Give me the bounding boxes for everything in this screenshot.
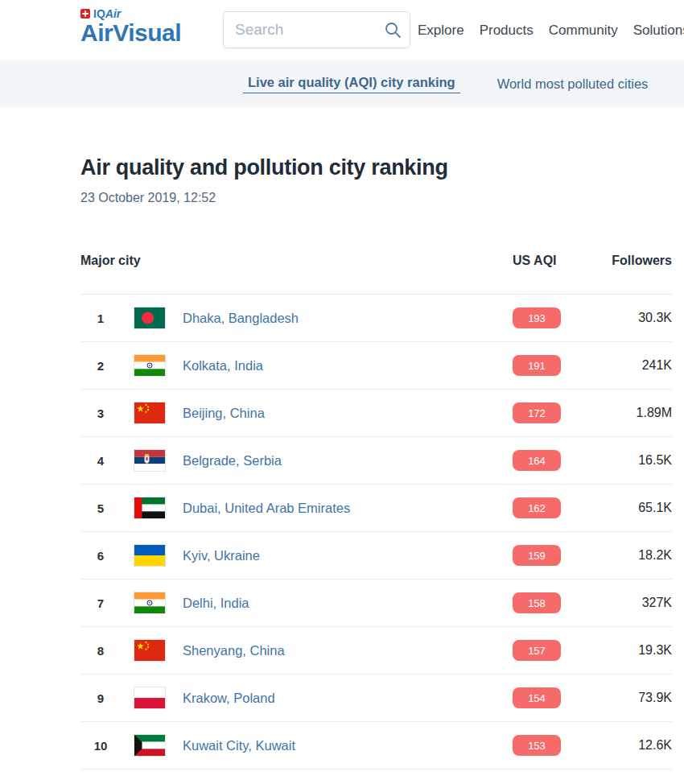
- ranking-timestamp: 23 October 2019, 12:52: [80, 191, 672, 205]
- rank-number: 1: [80, 312, 121, 325]
- country-flag-icon: [134, 592, 165, 613]
- followers-count: 30.3K: [561, 311, 672, 325]
- aqi-badge: 164: [513, 450, 561, 471]
- rank-number: 9: [80, 691, 121, 705]
- aqi-cell: 159: [513, 545, 561, 566]
- swiss-cross-icon: [80, 9, 90, 19]
- city-link[interactable]: Belgrade, Serbia: [183, 453, 282, 468]
- country-flag-icon: [134, 497, 165, 518]
- rank-number: 7: [80, 596, 121, 610]
- table-row[interactable]: 7Delhi, India158327K: [80, 580, 672, 627]
- rank-number: 3: [80, 406, 121, 420]
- column-header-us-aqi: US AQI: [513, 254, 561, 268]
- ranking-table-body: 1Dhaka, Bangladesh19330.3K2Kolkata, Indi…: [80, 295, 672, 770]
- column-header-major-city: Major city: [80, 254, 513, 268]
- rank-number: 4: [80, 454, 121, 468]
- table-row[interactable]: 2Kolkata, India191241K: [80, 342, 672, 390]
- aqi-cell: 158: [513, 592, 561, 613]
- city-link[interactable]: Dhaka, Bangladesh: [183, 311, 299, 326]
- nav-item-community[interactable]: Community: [549, 23, 618, 39]
- city-link[interactable]: Shenyang, China: [183, 643, 285, 658]
- city-link[interactable]: Beijing, China: [183, 406, 265, 421]
- aqi-cell: 193: [513, 307, 561, 328]
- aqi-cell: 162: [513, 497, 561, 518]
- aqi-cell: 191: [513, 355, 561, 376]
- rank-number: 2: [80, 359, 121, 373]
- table-row[interactable]: 10Kuwait City, Kuwait15312.6K: [80, 722, 672, 770]
- country-flag-icon: [134, 640, 165, 661]
- country-flag-icon: [134, 545, 165, 566]
- iqair-logo[interactable]: IQAir AirVisual: [80, 7, 181, 46]
- search-input[interactable]: [224, 21, 376, 39]
- aqi-cell: 153: [513, 735, 561, 756]
- table-row[interactable]: 6Kyiv, Ukraine15918.2K: [80, 532, 672, 580]
- country-flag-icon: [134, 735, 165, 756]
- followers-count: 19.3K: [561, 643, 672, 658]
- followers-count: 73.9K: [561, 691, 672, 705]
- table-row[interactable]: 9Krakow, Poland15473.9K: [80, 675, 672, 722]
- country-flag-icon: [134, 450, 165, 471]
- main-nav: Explore Products Community Solutions: [418, 0, 684, 60]
- table-row[interactable]: 4Belgrade, Serbia16416.5K: [80, 437, 672, 485]
- top-header: IQAir AirVisual Explore Products Communi…: [0, 0, 684, 60]
- aqi-badge: 153: [513, 735, 561, 756]
- city-link[interactable]: Kuwait City, Kuwait: [183, 738, 295, 753]
- iqair-wordmark: IQAir: [80, 7, 181, 20]
- aqi-badge: 162: [513, 497, 561, 518]
- table-row[interactable]: 1Dhaka, Bangladesh19330.3K: [80, 295, 672, 342]
- page-title: Air quality and pollution city ranking: [80, 155, 672, 180]
- city-link[interactable]: Dubai, United Arab Emirates: [183, 501, 350, 516]
- country-flag-icon: [134, 307, 165, 328]
- table-header-row: Major city US AQI Followers: [80, 254, 672, 295]
- aqi-badge: 157: [513, 640, 561, 661]
- aqi-badge: 191: [513, 355, 561, 376]
- rank-number: 5: [80, 501, 121, 515]
- followers-count: 12.6K: [561, 738, 672, 753]
- city-link[interactable]: Kolkata, India: [183, 358, 263, 373]
- nav-item-explore[interactable]: Explore: [418, 23, 464, 39]
- aqi-cell: 164: [513, 450, 561, 471]
- city-link[interactable]: Delhi, India: [183, 596, 249, 611]
- rank-number: 6: [80, 549, 121, 563]
- search-box: [223, 11, 410, 48]
- table-row[interactable]: 5Dubai, United Arab Emirates16265.1K: [80, 485, 672, 532]
- aqi-cell: 154: [513, 687, 561, 708]
- country-flag-icon: [134, 402, 165, 423]
- tab-live-aqi-city-ranking[interactable]: Live air quality (AQI) city ranking: [243, 75, 460, 93]
- country-flag-icon: [134, 355, 165, 376]
- search-button[interactable]: [376, 12, 410, 47]
- ranking-tabbar: Live air quality (AQI) city ranking Worl…: [0, 60, 684, 107]
- aqi-cell: 157: [513, 640, 561, 661]
- aqi-badge: 159: [513, 545, 561, 566]
- aqi-cell: 172: [513, 402, 561, 423]
- table-row[interactable]: 8Shenyang, China15719.3K: [80, 627, 672, 675]
- column-header-followers: Followers: [561, 254, 672, 268]
- rank-number: 10: [80, 739, 121, 753]
- nav-item-products[interactable]: Products: [480, 23, 534, 39]
- country-flag-icon: [134, 687, 165, 708]
- tab-world-most-polluted-cities[interactable]: World most polluted cities: [497, 76, 649, 92]
- followers-count: 241K: [561, 358, 672, 373]
- rank-number: 8: [80, 644, 121, 658]
- aqi-badge: 158: [513, 592, 561, 613]
- aqi-badge: 193: [513, 307, 561, 328]
- followers-count: 16.5K: [561, 453, 672, 468]
- airvisual-wordmark: AirVisual: [80, 20, 181, 46]
- city-link[interactable]: Krakow, Poland: [183, 691, 275, 706]
- followers-count: 65.1K: [561, 501, 672, 515]
- followers-count: 1.89M: [561, 406, 672, 420]
- table-row[interactable]: 3Beijing, China1721.89M: [80, 390, 672, 437]
- followers-count: 18.2K: [561, 548, 672, 563]
- search-icon: [383, 20, 402, 39]
- followers-count: 327K: [561, 596, 672, 610]
- aqi-badge: 154: [513, 687, 561, 708]
- content-area: Air quality and pollution city ranking 2…: [0, 155, 684, 770]
- aqi-badge: 172: [513, 402, 561, 423]
- city-link[interactable]: Kyiv, Ukraine: [183, 548, 260, 563]
- nav-item-solutions[interactable]: Solutions: [633, 23, 684, 39]
